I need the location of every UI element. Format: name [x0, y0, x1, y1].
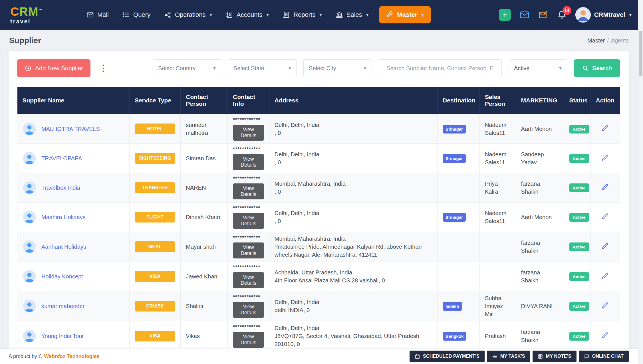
state-select-value: Select State: [233, 65, 264, 72]
status-badge: Active: [569, 213, 589, 222]
service-type-badge: TRANSFER: [135, 182, 176, 193]
online-chat-label: ONLINE CHAT: [592, 354, 624, 359]
scheduled-payments-button[interactable]: SCHEDULED PAYMENT'S: [410, 351, 485, 362]
view-details-button[interactable]: View Details: [233, 332, 264, 348]
supplier-name-link[interactable]: Holiday Koncept: [41, 272, 83, 280]
address-cell: Delhi, Delhi, India , 0: [269, 144, 437, 173]
status-badge: Active: [569, 125, 589, 134]
edit-icon[interactable]: [601, 124, 609, 132]
nav-reports[interactable]: Reports ▾: [276, 0, 329, 30]
sales-person-cell: [479, 262, 516, 291]
supplier-avatar-icon: [23, 329, 36, 343]
nav-sales[interactable]: Sales ▾: [329, 0, 376, 30]
edit-icon[interactable]: [601, 183, 609, 191]
view-details-button[interactable]: View Details: [233, 183, 264, 199]
nav-accounts[interactable]: Accounts ▾: [219, 0, 276, 30]
navbar-right-cluster: 14 CRMtravel ▾: [499, 7, 632, 23]
status-badge: Active: [569, 302, 589, 311]
chat-icon: [584, 354, 589, 359]
edit-icon[interactable]: [601, 242, 609, 250]
more-options-icon[interactable]: ⋮: [97, 64, 109, 72]
table-row: Holiday Koncept VISA Jawed Khan ********…: [17, 262, 620, 291]
masked-contact-info: ************: [233, 117, 264, 122]
sales-person-cell: Priya Kalra: [479, 173, 516, 203]
edit-icon[interactable]: [601, 301, 609, 309]
state-select[interactable]: Select State ▾: [228, 59, 297, 77]
view-details-button[interactable]: View Details: [233, 154, 264, 170]
col-contact-person: Contact Person: [181, 87, 228, 114]
logo-trademark: ™: [39, 8, 43, 12]
view-details-button[interactable]: View Details: [233, 213, 264, 229]
masked-contact-info: ************: [233, 205, 264, 211]
my-tasks-button[interactable]: MY TASK'S: [487, 351, 530, 362]
country-select[interactable]: Select Country ▾: [153, 59, 221, 77]
supplier-name-link[interactable]: kumar mahender: [41, 302, 84, 310]
service-type-badge: FLIGHT: [135, 212, 176, 223]
nav-operations[interactable]: Operations ▾: [157, 0, 219, 30]
chevron-down-icon: ▾: [267, 12, 269, 18]
my-notes-button[interactable]: MY NOTE'S: [533, 351, 577, 362]
edit-icon[interactable]: [601, 153, 609, 161]
nav-master-label: Master: [397, 11, 417, 19]
service-type-badge: VISA: [135, 271, 176, 282]
app-logo[interactable]: CRM™ travel: [10, 6, 43, 24]
search-button[interactable]: Search: [574, 59, 620, 77]
address-cell: Mumbai, Maharashtra, India ?matoshree Pr…: [269, 232, 437, 262]
view-details-button[interactable]: View Details: [233, 242, 264, 258]
chevron-down-icon: ▾: [289, 65, 291, 71]
footer-bar: A product by © Webnfoz Technologies SCHE…: [0, 349, 643, 364]
compose-mail-icon[interactable]: [538, 10, 549, 20]
main-nav: Mail Query Operations ▾ Accounts ▾ Repor…: [80, 0, 499, 30]
masked-contact-info: ************: [233, 147, 264, 152]
edit-icon[interactable]: [601, 331, 609, 339]
supplier-name-link[interactable]: Maahira Holidays: [41, 213, 86, 221]
calendar-icon: [415, 354, 420, 359]
edit-icon[interactable]: [601, 212, 609, 220]
supplier-avatar-icon: [23, 151, 36, 165]
footer-company-link[interactable]: Webnfoz Technologies: [44, 353, 99, 359]
contact-person-cell: Mayur shah: [181, 232, 228, 262]
online-chat-button[interactable]: ONLINE CHAT: [579, 351, 629, 362]
country-select-value: Select Country: [158, 65, 195, 72]
edit-icon[interactable]: [601, 272, 609, 280]
nav-master[interactable]: Master ▾: [379, 6, 430, 23]
destination-badge: Srinagar: [443, 125, 466, 134]
mail-icon: [86, 11, 94, 19]
scrollbar-thumb[interactable]: [639, 31, 642, 76]
destination-badge: Bangkok: [443, 332, 466, 341]
masked-contact-info: ************: [233, 235, 264, 240]
notes-icon: [538, 354, 543, 359]
supplier-name-link[interactable]: Aarihant Holidays: [41, 243, 86, 251]
table-row: TRAVELOPAPA SIGHTSEEING Simran Das *****…: [17, 144, 620, 173]
supplier-name-link[interactable]: Travelbox India: [41, 184, 80, 192]
view-details-button[interactable]: View Details: [233, 125, 264, 141]
marketing-cell: Sandeep Yadav: [516, 144, 564, 173]
address-cell: Delhi, Delhi, India J8VQ+87G, Sector 4, …: [269, 321, 437, 351]
status-badge: Active: [569, 242, 589, 251]
quick-add-icon[interactable]: [499, 9, 511, 21]
city-select[interactable]: Select City ▾: [303, 59, 372, 77]
view-details-button[interactable]: View Details: [233, 302, 264, 318]
contact-person-cell: surinder malhotra: [181, 114, 228, 144]
supplier-name-link[interactable]: Young India Tour: [41, 332, 84, 340]
supplier-name-link[interactable]: MALHOTRA TRAVELS: [41, 125, 100, 133]
breadcrumb-master[interactable]: Master: [587, 37, 605, 44]
add-new-supplier-button[interactable]: Add New Supplier: [17, 59, 90, 77]
view-details-button[interactable]: View Details: [233, 272, 264, 288]
status-select[interactable]: Active ▾: [509, 59, 567, 77]
nav-query[interactable]: Query: [116, 0, 157, 30]
marketing-cell: farzana Shaikh: [516, 262, 564, 291]
notifications-bell[interactable]: 14: [557, 10, 567, 20]
nav-mail[interactable]: Mail: [80, 0, 116, 30]
chevron-down-icon: ▾: [559, 65, 562, 71]
masked-contact-info: ************: [233, 265, 264, 270]
user-menu[interactable]: CRMtravel ▾: [575, 7, 632, 23]
search-input[interactable]: [379, 59, 502, 77]
sales-person-cell: Nadeem Sales11: [479, 203, 516, 232]
avatar: [575, 7, 591, 23]
supplier-avatar-icon: [23, 299, 36, 313]
table-row: kumar mahender CRUISE Shalini **********…: [17, 291, 620, 321]
scrollbar-track[interactable]: [638, 0, 643, 364]
mail-status-icon[interactable]: [519, 10, 530, 20]
supplier-name-link[interactable]: TRAVELOPAPA: [41, 154, 82, 162]
